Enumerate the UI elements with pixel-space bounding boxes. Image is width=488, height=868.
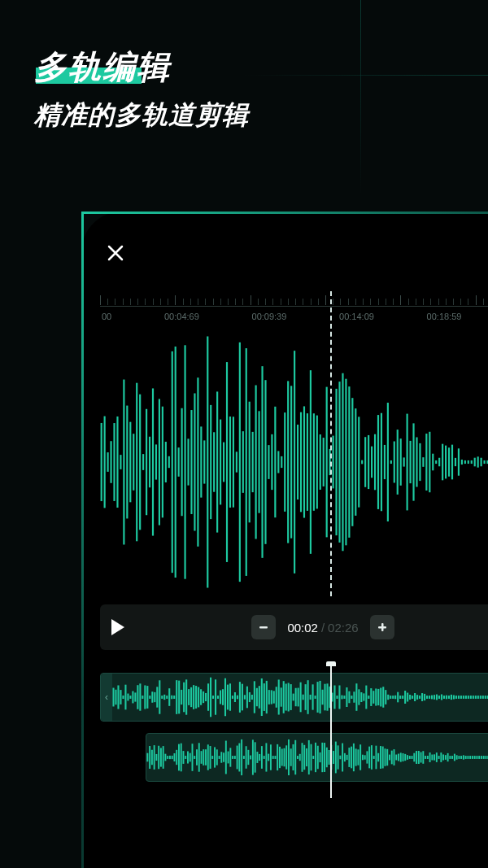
svg-rect-186	[217, 696, 219, 699]
svg-rect-348	[203, 749, 204, 765]
svg-rect-240	[348, 691, 350, 704]
svg-rect-202	[256, 688, 258, 706]
svg-rect-231	[326, 683, 328, 710]
svg-rect-90	[390, 460, 392, 464]
svg-rect-119	[483, 460, 485, 464]
svg-rect-109	[451, 445, 453, 480]
svg-rect-368	[247, 750, 249, 765]
svg-rect-211	[278, 679, 280, 714]
track-list: ‹	[100, 673, 488, 782]
svg-rect-40	[229, 417, 231, 508]
svg-rect-379	[272, 756, 274, 759]
svg-rect-410	[342, 744, 343, 772]
svg-rect-143	[112, 688, 114, 707]
step-back-button[interactable]	[251, 615, 276, 639]
svg-rect-287	[463, 696, 464, 699]
svg-rect-360	[229, 748, 231, 766]
svg-rect-20	[165, 442, 167, 482]
svg-rect-413	[348, 748, 350, 767]
step-forward-button[interactable]	[370, 615, 394, 639]
svg-rect-284	[455, 696, 457, 699]
svg-rect-395	[308, 740, 310, 774]
svg-rect-337	[178, 744, 180, 771]
ruler-label: 00:18:59	[427, 312, 462, 321]
svg-rect-205	[264, 683, 265, 711]
svg-rect-32	[203, 440, 205, 483]
svg-rect-285	[458, 696, 460, 699]
audio-track-1[interactable]: ‹	[100, 673, 488, 722]
svg-rect-163	[161, 696, 163, 699]
main-waveform[interactable]	[100, 336, 488, 588]
svg-rect-458	[449, 756, 451, 759]
svg-rect-467	[469, 756, 471, 759]
svg-rect-62	[300, 412, 302, 513]
svg-rect-167	[171, 696, 172, 700]
svg-rect-177	[195, 686, 197, 709]
svg-rect-292	[475, 696, 477, 699]
svg-rect-428	[382, 747, 384, 769]
svg-rect-56	[281, 456, 282, 468]
close-button[interactable]	[100, 238, 131, 272]
svg-rect-170	[178, 681, 180, 714]
play-button[interactable]	[111, 619, 124, 635]
svg-rect-432	[391, 751, 393, 765]
svg-rect-144	[115, 690, 116, 704]
svg-rect-274	[431, 696, 433, 700]
svg-rect-89	[387, 403, 389, 521]
svg-rect-67	[316, 416, 318, 509]
svg-rect-286	[460, 696, 462, 699]
svg-rect-151	[132, 691, 133, 704]
svg-rect-283	[453, 696, 455, 700]
svg-rect-212	[281, 687, 282, 706]
svg-rect-182	[207, 683, 209, 710]
svg-rect-59	[290, 386, 292, 538]
svg-rect-393	[303, 745, 305, 770]
svg-rect-35	[213, 432, 215, 491]
svg-rect-94	[403, 457, 405, 466]
svg-rect-216	[290, 684, 292, 710]
svg-rect-371	[255, 742, 256, 772]
svg-rect-426	[377, 753, 379, 761]
svg-rect-33	[207, 336, 208, 587]
svg-rect-165	[166, 696, 168, 699]
svg-rect-204	[261, 678, 263, 716]
svg-rect-230	[324, 684, 325, 711]
svg-rect-196	[242, 684, 243, 711]
svg-rect-397	[312, 756, 314, 759]
svg-rect-462	[458, 756, 460, 759]
svg-rect-436	[400, 752, 402, 761]
svg-rect-68	[320, 434, 321, 490]
svg-rect-114	[468, 460, 469, 464]
tracks-playhead[interactable]	[330, 666, 332, 798]
svg-rect-439	[407, 755, 408, 760]
svg-rect-76	[345, 379, 346, 546]
svg-rect-359	[228, 752, 229, 764]
svg-rect-460	[454, 754, 455, 761]
svg-rect-242	[353, 691, 355, 702]
track-trim-handle-left[interactable]: ‹	[101, 674, 112, 721]
svg-rect-421	[366, 751, 368, 763]
svg-rect-27	[187, 438, 189, 485]
audio-track-2[interactable]	[146, 733, 488, 782]
svg-rect-414	[351, 747, 352, 769]
svg-rect-11	[136, 383, 137, 542]
playhead-indicator[interactable]	[330, 291, 332, 596]
timeline-ruler[interactable]: 0000:04:6900:09:3900:14:0900:18:5900:23:…	[100, 295, 488, 328]
svg-rect-19	[162, 407, 163, 518]
svg-rect-471	[478, 756, 480, 759]
svg-rect-171	[181, 690, 182, 704]
svg-rect-25	[181, 408, 183, 516]
svg-rect-210	[276, 687, 277, 708]
svg-rect-430	[386, 749, 388, 765]
svg-rect-185	[215, 679, 216, 714]
svg-rect-280	[446, 696, 447, 700]
svg-rect-340	[185, 756, 186, 759]
svg-rect-220	[300, 683, 302, 713]
svg-rect-425	[375, 746, 377, 770]
svg-rect-222	[305, 684, 307, 710]
svg-rect-223	[307, 680, 309, 714]
svg-rect-105	[438, 458, 440, 467]
svg-rect-178	[198, 687, 199, 708]
svg-rect-208	[271, 690, 272, 704]
svg-rect-207	[268, 690, 270, 704]
